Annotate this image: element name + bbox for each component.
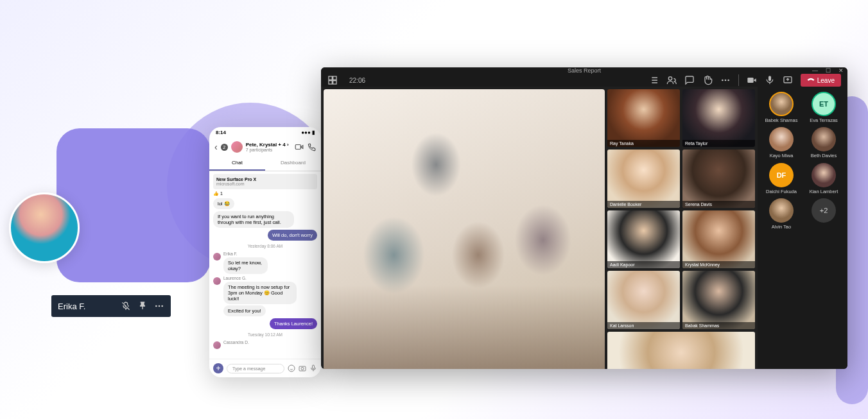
leave-button[interactable]: Leave	[801, 74, 841, 87]
participant-name: Beth Davies	[811, 153, 837, 158]
mobile-status-bar: 8:14 ●●● ▮	[209, 127, 321, 138]
status-time: 8:14	[216, 130, 226, 135]
chat-avatar	[231, 141, 243, 153]
camera-on-icon[interactable]	[747, 75, 757, 85]
mobile-tabs: Chat Dashboard	[209, 156, 321, 171]
teams-meeting-window: Sales Report ― ☐ ✕ 22:06 Leave nf Room C…	[321, 67, 847, 369]
participant-name: Erika F.	[58, 302, 114, 311]
video-grid: Ray TanakaReta TaylorDanielle BookerSere…	[607, 89, 755, 369]
back-badge: 2	[221, 144, 228, 151]
participant-name: Kian Lambert	[810, 189, 838, 194]
camera-icon[interactable]	[299, 364, 306, 372]
video-tile[interactable]: Reta Taylor	[682, 89, 755, 147]
tab-dashboard[interactable]: Dashboard	[265, 156, 321, 171]
msg-avatar	[213, 277, 221, 285]
video-tile[interactable]: Babak Shammas	[682, 271, 755, 329]
raise-hand-icon[interactable]	[702, 75, 713, 85]
list-icon[interactable]	[648, 75, 659, 85]
more-icon[interactable]	[154, 301, 164, 311]
phone-icon[interactable]	[307, 142, 316, 151]
avatar-large	[9, 192, 80, 263]
video-tile[interactable]	[607, 332, 755, 369]
participant-avatar	[812, 163, 836, 187]
participant[interactable]: Babek Shamas	[761, 92, 801, 123]
people-icon[interactable]	[666, 75, 677, 85]
chat-icon[interactable]	[684, 75, 695, 85]
svg-rect-17	[768, 76, 771, 81]
mic-on-icon[interactable]	[765, 75, 775, 85]
participant-sidebar: Babek ShamasETEva TerrazasKayo MiwaBeth …	[758, 87, 847, 369]
close-icon[interactable]: ✕	[838, 67, 844, 74]
svg-point-12	[668, 77, 672, 80]
participant[interactable]: ETEva Terrazas	[804, 92, 844, 123]
tile-name: Kat Larsson	[607, 322, 680, 329]
message-in: If you want to run anything through with…	[213, 211, 294, 228]
svg-point-13	[722, 80, 724, 81]
timestamp: Yesterday 8:06 AM	[213, 243, 317, 250]
svg-point-15	[727, 80, 729, 81]
message-out: Thanks Laurence!	[270, 318, 317, 329]
back-icon[interactable]: ‹	[214, 142, 218, 152]
participant-avatar	[769, 92, 794, 116]
mic-muted-icon[interactable]	[121, 301, 131, 311]
hangup-icon	[807, 76, 815, 84]
svg-point-4	[288, 365, 295, 372]
svg-rect-11	[333, 81, 336, 84]
video-tile[interactable]: Aadi Kapoor	[607, 210, 680, 268]
svg-point-2	[161, 305, 163, 307]
mobile-header: ‹ 2 Pete, Krystal + 4 › 7 participants	[209, 138, 321, 156]
message-out: Will do, don't worry	[268, 230, 317, 241]
participant-avatar: +2	[812, 198, 836, 223]
participant[interactable]: Kayo Miwa	[761, 127, 801, 158]
tile-name: Krystal McKinney	[682, 261, 755, 268]
video-tile[interactable]: Ray Tanaka	[607, 89, 680, 147]
pin-icon[interactable]	[137, 301, 148, 311]
tile-name: Danielle Booker	[607, 201, 680, 208]
participant-avatar	[812, 127, 836, 151]
tile-name: Reta Taylor	[682, 140, 755, 147]
more-icon[interactable]	[720, 75, 731, 85]
video-icon[interactable]	[295, 142, 304, 151]
message-input[interactable]: Type a message	[227, 364, 284, 373]
video-tile[interactable]: Danielle Booker	[607, 150, 680, 207]
participant[interactable]: +2	[804, 198, 844, 230]
leave-label: Leave	[817, 77, 835, 84]
participant-name: Daichi Fukuda	[766, 189, 797, 194]
chat-title-block[interactable]: Pete, Krystal + 4 › 7 participants	[246, 142, 291, 152]
participant[interactable]: DFDaichi Fukuda	[761, 163, 801, 194]
message-input-bar: + Type a message	[209, 359, 321, 377]
link-card[interactable]: New Surface Pro X microsoft.com	[213, 174, 317, 189]
main-video-tile[interactable]: nf Room Contoso Square 1234 (5)	[324, 89, 605, 369]
decorative-square	[56, 128, 211, 282]
msg-avatar	[213, 253, 221, 261]
video-tile[interactable]: Kat Larsson	[607, 271, 680, 329]
participant-avatar: ET	[812, 92, 836, 116]
chat-subtitle: 7 participants	[246, 148, 291, 152]
participant[interactable]: Kian Lambert	[804, 163, 844, 194]
participant-name: Kayo Miwa	[770, 153, 794, 158]
timestamp: Tuesday 10:12 AM	[213, 331, 317, 338]
video-tile[interactable]: Krystal McKinney	[682, 210, 755, 268]
grid-icon[interactable]	[327, 75, 338, 85]
participant[interactable]: Alvin Tao	[761, 198, 801, 230]
message-in: Excited for you!	[223, 305, 266, 316]
message-list[interactable]: New Surface Pro X microsoft.com 👍 1 lol …	[209, 171, 321, 359]
link-subtitle: microsoft.com	[216, 182, 314, 186]
svg-point-6	[301, 368, 304, 370]
maximize-icon[interactable]: ☐	[826, 67, 831, 74]
tab-chat[interactable]: Chat	[209, 156, 265, 171]
message-in: lol 😂	[213, 198, 234, 209]
message-in: So let me know, okay?	[223, 257, 268, 274]
meeting-timer: 22:06	[349, 77, 365, 84]
participant[interactable]: Beth Davies	[804, 127, 844, 158]
emoji-icon[interactable]	[288, 364, 295, 372]
video-tile[interactable]: Serena Davis	[682, 150, 755, 207]
minimize-icon[interactable]: ―	[812, 67, 818, 74]
share-icon[interactable]	[783, 75, 793, 85]
svg-point-14	[724, 80, 726, 81]
reaction[interactable]: 👍 1	[213, 191, 317, 196]
mic-icon[interactable]	[309, 364, 317, 372]
add-button[interactable]: +	[213, 363, 223, 373]
sender-name: Cassandra D.	[223, 340, 249, 345]
svg-rect-7	[313, 365, 315, 369]
